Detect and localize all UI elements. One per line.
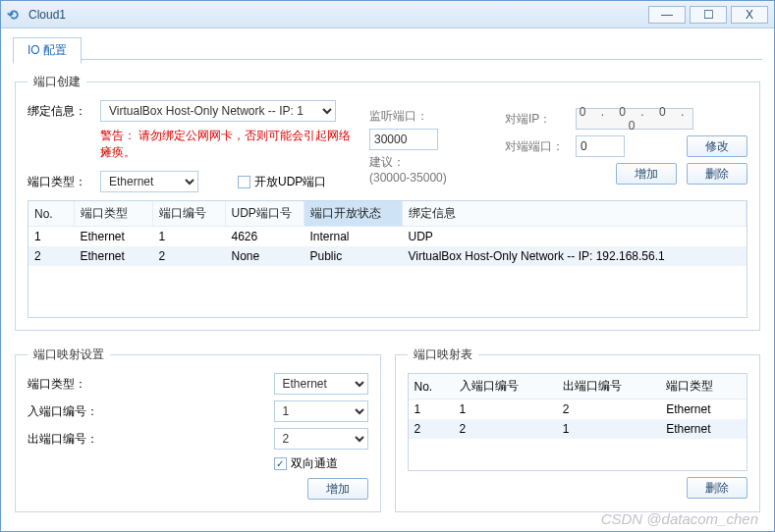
th-num[interactable]: 端口编号 [152,201,225,227]
map-table[interactable]: No. 入端口编号 出端口编号 端口类型 1 1 2 Ethernet [408,373,748,471]
minimize-button[interactable]: — [648,6,686,24]
open-udp-label: 开放UDP端口 [254,174,326,190]
bidir-label: 双向通道 [291,455,338,472]
bind-info-label: 绑定信息： [28,103,92,120]
peer-port-input[interactable] [576,135,625,157]
delete-port-button[interactable]: 删除 [687,163,747,185]
listen-port-input[interactable] [369,129,438,150]
mth-out[interactable]: 出端口编号 [557,374,660,399]
add-port-button[interactable]: 增加 [616,163,677,185]
mth-in[interactable]: 入端口编号 [454,374,557,399]
port-create-group: 端口创建 绑定信息： VirtualBox Host-Only Network … [15,74,760,331]
peer-port-label: 对端端口： [505,138,568,155]
map-out-label: 出端口编号： [28,431,116,448]
port-type-label: 端口类型： [28,174,92,190]
peer-ip-label: 对端IP： [505,111,568,128]
table-row[interactable]: 1 1 2 Ethernet [409,399,747,420]
map-settings-legend: 端口映射设置 [28,346,110,363]
map-settings-group: 端口映射设置 端口类型： Ethernet 入端口编号： 1 出端口编号： 2 … [15,346,381,512]
maximize-button[interactable]: ☐ [690,6,727,24]
open-udp-checkbox-box [238,176,250,188]
th-open[interactable]: 端口开放状态 [304,201,402,227]
mth-no[interactable]: No. [409,374,454,399]
table-row[interactable]: 2 2 1 Ethernet [409,419,747,439]
suggest-range: (30000-35000) [369,171,497,185]
listen-port-label: 监听端口： [369,108,428,125]
map-table-legend: 端口映射表 [408,346,478,363]
map-in-select[interactable]: 1 [274,400,368,422]
map-out-select[interactable]: 2 [274,428,368,450]
bidir-checkbox-box: ✓ [274,457,287,470]
titlebar: ⟲ Cloud1 — ☐ X [1,1,774,28]
modify-button[interactable]: 修改 [687,135,747,157]
tabstrip: IO 配置 [13,36,762,60]
bidir-checkbox[interactable]: ✓ 双向通道 [274,455,368,472]
port-table[interactable]: No. 端口类型 端口编号 UDP端口号 端口开放状态 绑定信息 1 Ether… [28,200,747,318]
map-table-group: 端口映射表 No. 入端口编号 出端口编号 端口类型 1 1 2 E [395,346,761,512]
mth-type[interactable]: 端口类型 [660,374,747,399]
th-no[interactable]: No. [28,201,74,227]
port-create-legend: 端口创建 [28,74,86,90]
app-icon: ⟲ [7,7,23,23]
th-bind[interactable]: 绑定信息 [402,201,747,227]
window-title: Cloud1 [28,8,644,22]
map-add-button[interactable]: 增加 [307,478,368,500]
th-udp[interactable]: UDP端口号 [225,201,304,227]
port-type-select[interactable]: Ethernet [100,171,198,192]
table-row[interactable]: 1 Ethernet 1 4626 Internal UDP [28,227,747,247]
suggest-label: 建议： [369,154,405,171]
map-type-select[interactable]: Ethernet [274,373,368,395]
table-row[interactable]: 2 Ethernet 2 None Public VirtualBox Host… [28,246,747,266]
warning-text: 警告： 请勿绑定公网网卡，否则可能会引起网络瘫痪。 [100,128,361,161]
th-type[interactable]: 端口类型 [74,201,152,227]
peer-ip-field[interactable]: 0 . 0 . 0 . 0 [576,108,693,130]
map-in-label: 入端口编号： [28,403,116,420]
bind-info-select[interactable]: VirtualBox Host-Only Network -- IP: 192.… [100,100,336,122]
tab-io-config[interactable]: IO 配置 [13,37,82,64]
map-delete-button[interactable]: 删除 [687,477,747,499]
map-type-label: 端口类型： [28,376,116,393]
open-udp-checkbox[interactable]: 开放UDP端口 [238,174,326,190]
close-button[interactable]: X [731,6,768,24]
